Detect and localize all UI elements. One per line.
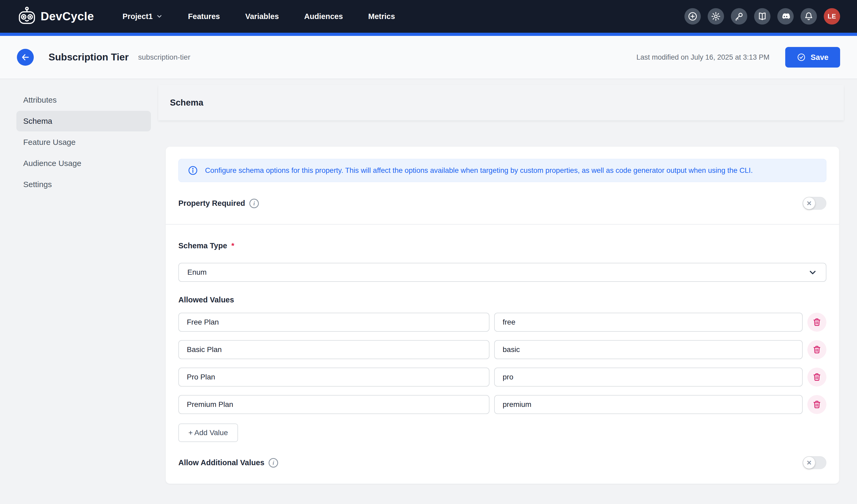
accent-bar xyxy=(0,33,857,36)
info-icon[interactable]: i xyxy=(269,458,278,468)
nav-link-variables[interactable]: Variables xyxy=(235,7,289,26)
value-key-input[interactable] xyxy=(494,340,803,359)
page-slug: subscription-tier xyxy=(138,53,190,62)
save-button[interactable]: Save xyxy=(785,47,840,68)
property-required-label-text: Property Required xyxy=(178,199,245,208)
allowed-value-row xyxy=(178,368,826,387)
schema-type-section: Schema Type * Enum xyxy=(178,241,826,282)
user-avatar[interactable]: LE xyxy=(824,8,840,24)
schema-type-label: Schema Type * xyxy=(178,241,826,250)
property-required-toggle[interactable]: ✕ xyxy=(803,197,826,210)
toggle-knob: ✕ xyxy=(803,457,815,469)
docs-button[interactable] xyxy=(754,8,771,24)
value-label-input[interactable] xyxy=(178,395,489,414)
gear-icon xyxy=(711,11,721,21)
nav-link-features[interactable]: Features xyxy=(178,7,230,26)
allowed-value-row xyxy=(178,313,826,332)
notifications-button[interactable] xyxy=(801,8,817,24)
sidebar-item-feature-usage[interactable]: Feature Usage xyxy=(16,132,151,152)
toggle-off-x-icon: ✕ xyxy=(806,200,812,207)
project-selector-label: Project1 xyxy=(122,12,152,21)
value-key-input[interactable] xyxy=(494,395,803,414)
allow-additional-label: Allow Additional Values i xyxy=(178,458,278,468)
trash-icon xyxy=(812,372,822,382)
value-label-input[interactable] xyxy=(178,368,489,387)
arrow-left-icon xyxy=(21,53,30,62)
delete-value-button[interactable] xyxy=(807,368,826,387)
save-button-label: Save xyxy=(810,53,828,62)
top-navbar: DevCycle Project1 Features Variables Aud… xyxy=(0,0,857,33)
chevron-down-icon xyxy=(156,13,163,20)
schema-card: Configure schema options for this proper… xyxy=(166,147,839,484)
plus-circle-icon xyxy=(688,11,698,21)
sidebar-item-audience-usage[interactable]: Audience Usage xyxy=(16,153,151,174)
allowed-value-row xyxy=(178,395,826,414)
schema-type-label-text: Schema Type xyxy=(178,241,227,250)
value-key-input[interactable] xyxy=(494,313,803,332)
sidebar-item-attributes[interactable]: Attributes xyxy=(16,90,151,110)
trash-icon xyxy=(812,345,822,354)
section-header: Schema xyxy=(158,85,844,120)
value-key-input[interactable] xyxy=(494,368,803,387)
navbar-actions: LE xyxy=(685,8,840,24)
info-circle-icon xyxy=(188,165,198,176)
info-icon[interactable]: i xyxy=(249,199,259,208)
section-title: Schema xyxy=(170,98,203,108)
nav-links: Project1 Features Variables Audiences Me… xyxy=(113,7,405,26)
devcycle-logo[interactable]: DevCycle xyxy=(17,6,94,27)
project-selector[interactable]: Project1 xyxy=(113,7,172,26)
value-label-input[interactable] xyxy=(178,313,489,332)
logo-wordmark: DevCycle xyxy=(40,10,94,23)
page-title: Subscription Tier xyxy=(49,52,129,63)
add-value-button[interactable]: + Add Value xyxy=(178,423,238,442)
sidebar-item-schema[interactable]: Schema xyxy=(16,111,151,131)
back-button[interactable] xyxy=(17,49,34,66)
property-required-label: Property Required i xyxy=(178,199,259,208)
settings-sidebar: Attributes Schema Feature Usage Audience… xyxy=(16,90,151,195)
chevron-down-icon xyxy=(808,268,818,277)
robot-logo-icon xyxy=(17,6,37,27)
info-banner: Configure schema options for this proper… xyxy=(178,159,826,182)
allowed-values-label: Allowed Values xyxy=(178,296,826,304)
section-divider xyxy=(166,224,839,224)
api-keys-button[interactable] xyxy=(731,8,747,24)
nav-link-audiences[interactable]: Audiences xyxy=(294,7,353,26)
header-right: Last modified on July 16, 2025 at 3:13 P… xyxy=(636,47,840,68)
delete-value-button[interactable] xyxy=(807,313,826,332)
required-asterisk: * xyxy=(231,241,234,250)
settings-button[interactable] xyxy=(708,8,724,24)
schema-type-selected-value: Enum xyxy=(187,268,207,276)
discord-icon xyxy=(780,11,791,22)
delete-value-button[interactable] xyxy=(807,395,826,414)
check-circle-icon xyxy=(797,53,806,62)
trash-icon xyxy=(812,400,822,409)
bell-icon xyxy=(804,11,814,21)
nav-link-metrics[interactable]: Metrics xyxy=(358,7,405,26)
create-button[interactable] xyxy=(685,8,701,24)
page-header: Subscription Tier subscription-tier Last… xyxy=(0,36,857,79)
toggle-knob: ✕ xyxy=(803,197,815,209)
sidebar-item-settings[interactable]: Settings xyxy=(16,174,151,195)
allow-additional-label-text: Allow Additional Values xyxy=(178,458,264,467)
book-icon xyxy=(757,11,767,21)
schema-type-select[interactable]: Enum xyxy=(178,263,826,282)
discord-button[interactable] xyxy=(777,8,794,24)
allow-additional-row: Allow Additional Values i ✕ xyxy=(178,456,826,469)
info-banner-text: Configure schema options for this proper… xyxy=(205,166,753,175)
delete-value-button[interactable] xyxy=(807,340,826,359)
toggle-off-x-icon: ✕ xyxy=(806,460,812,466)
value-label-input[interactable] xyxy=(178,340,489,359)
trash-icon xyxy=(812,317,822,327)
property-required-row: Property Required i ✕ xyxy=(178,197,826,210)
allowed-value-row xyxy=(178,340,826,359)
last-modified-text: Last modified on July 16, 2025 at 3:13 P… xyxy=(636,53,769,62)
key-icon xyxy=(734,11,744,21)
allow-additional-toggle[interactable]: ✕ xyxy=(803,456,826,469)
